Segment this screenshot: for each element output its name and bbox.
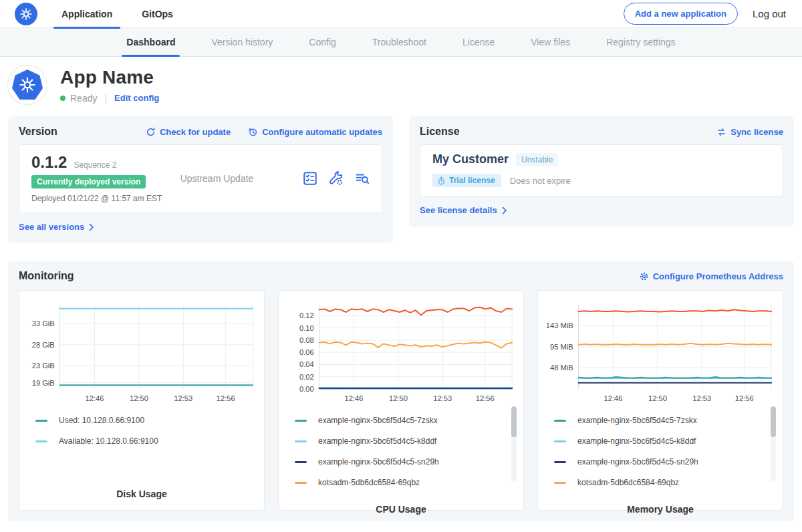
line-chart-svg: 12:4612:5012:5312:56143 MiB95 MiB48 MiB — [546, 299, 775, 405]
svg-text:12:46: 12:46 — [86, 394, 104, 402]
svg-text:12:46: 12:46 — [345, 394, 364, 402]
version-info-column: 0.1.2 Sequence 2 Currently deployed vers… — [31, 153, 180, 203]
legend-color-dash — [295, 440, 307, 442]
svg-text:12:53: 12:53 — [692, 394, 711, 402]
app-sub-nav: Dashboard Version history Config Trouble… — [0, 28, 802, 57]
legend-color-dash — [554, 440, 566, 442]
tab-view-files[interactable]: View files — [513, 28, 588, 56]
svg-text:0.02: 0.02 — [299, 373, 314, 381]
disk-usage-legend: Used: 10.128.0.66:9100Available: 10.128.… — [25, 405, 259, 483]
legend-item: example-nginx-5bc6f5d4c5-7zskx — [295, 416, 509, 425]
cpu-usage-chart: 12:4612:5012:5312:560.120.100.080.060.04… — [284, 299, 518, 405]
kubernetes-logo[interactable] — [15, 3, 37, 25]
nav-tab-application[interactable]: Application — [61, 0, 112, 28]
monitoring-header: Monitoring Configure Prometheus Address — [19, 270, 783, 282]
link-label: See license details — [420, 205, 497, 215]
clock-refresh-icon — [248, 127, 258, 137]
see-license-details-link[interactable]: See license details — [420, 205, 507, 215]
tab-label: Registry settings — [606, 37, 675, 47]
legend-item: Used: 10.128.0.66:9100 — [35, 416, 249, 425]
legend-item: example-nginx-5bc6f5d4c5-k8ddf — [554, 436, 768, 446]
tab-label: Config — [309, 37, 336, 47]
add-application-button[interactable]: Add a new application — [624, 3, 738, 25]
svg-text:12:50: 12:50 — [389, 394, 408, 402]
top-nav: Application GitOps Add a new application… — [0, 0, 802, 28]
license-panel-header: License Sync license — [420, 126, 783, 138]
scrollbar-thumb[interactable] — [511, 406, 517, 437]
svg-text:23 GiB: 23 GiB — [32, 362, 55, 370]
configure-automatic-updates-link[interactable]: Configure automatic updates — [248, 127, 382, 137]
see-all-versions-link[interactable]: See all versions — [19, 222, 94, 232]
chevron-right-icon — [89, 223, 94, 231]
tab-version-history[interactable]: Version history — [193, 28, 291, 56]
tab-config[interactable]: Config — [291, 28, 354, 56]
chevron-right-icon — [502, 207, 507, 215]
scrollbar-thumb[interactable] — [771, 406, 776, 437]
deploy-logs-icon[interactable] — [355, 171, 370, 186]
tab-troubleshoot[interactable]: Troubleshoot — [354, 28, 444, 56]
helm-wheel-icon — [19, 76, 36, 94]
upstream-update-label: Upstream Update — [180, 173, 303, 184]
deployed-badge: Currently deployed version — [31, 175, 146, 188]
check-for-update-link[interactable]: Check for update — [146, 127, 231, 137]
tab-label: Dashboard — [126, 37, 175, 47]
tab-dashboard[interactable]: Dashboard — [108, 28, 193, 56]
svg-text:0.08: 0.08 — [299, 336, 314, 344]
version-line: 0.1.2 Sequence 2 — [31, 153, 180, 172]
deployed-timestamp: Deployed 01/21/22 @ 11:57 am EST — [31, 194, 180, 203]
chart-title: Disk Usage — [25, 483, 259, 506]
svg-text:0.06: 0.06 — [299, 348, 314, 356]
legend-label: example-nginx-5bc6f5d4c5-k8ddf — [577, 436, 696, 446]
legend-color-dash — [35, 440, 47, 442]
svg-text:19 GiB: 19 GiB — [32, 378, 55, 386]
current-version-card: 0.1.2 Sequence 2 Currently deployed vers… — [19, 144, 382, 213]
badge-label: Trial license — [449, 176, 495, 185]
svg-text:95 MiB: 95 MiB — [550, 343, 573, 351]
tab-license[interactable]: License — [444, 28, 513, 56]
legend-color-dash — [554, 461, 566, 463]
svg-text:12:46: 12:46 — [604, 394, 623, 402]
legend-label: Available: 10.128.0.66:9100 — [59, 436, 158, 446]
legend-item: example-nginx-5bc6f5d4c5-7zskx — [554, 416, 768, 425]
customer-row: My Customer Unstable — [432, 152, 771, 166]
svg-text:0.12: 0.12 — [299, 311, 314, 319]
tab-registry-settings[interactable]: Registry settings — [588, 28, 693, 56]
configure-prometheus-link[interactable]: Configure Prometheus Address — [639, 271, 783, 281]
logout-link[interactable]: Log out — [753, 8, 786, 19]
sync-license-link[interactable]: Sync license — [716, 127, 783, 137]
customer-name: My Customer — [432, 152, 509, 166]
cards-row: Version Check for update Configure au — [8, 116, 794, 243]
memory-usage-chart-card: 12:4612:5012:5312:56143 MiB95 MiB48 MiB … — [537, 290, 783, 511]
version-panel: Version Check for update Configure au — [8, 116, 393, 243]
kubernetes-heptagon-icon — [12, 70, 43, 100]
legend-scrollbar[interactable] — [511, 406, 517, 481]
legend-item: kotsadm-5db6dc6584-69qbz — [295, 478, 509, 487]
app-title-block: App Name Ready | Edit config — [60, 67, 159, 104]
edit-config-link[interactable]: Edit config — [114, 93, 159, 103]
legend-scrollbar[interactable] — [771, 406, 776, 481]
preflight-checks-icon[interactable] — [303, 171, 317, 186]
trial-license-badge: Trial license — [432, 174, 501, 187]
nav-tab-gitops[interactable]: GitOps — [142, 0, 173, 28]
chart-title: CPU Usage — [284, 499, 518, 521]
legend-color-dash — [35, 420, 47, 422]
link-label: Sync license — [730, 127, 783, 137]
svg-text:143 MiB: 143 MiB — [546, 321, 573, 329]
cpu-usage-chart-card: 12:4612:5012:5312:560.120.100.080.060.04… — [278, 290, 524, 511]
link-label: Configure Prometheus Address — [653, 271, 783, 281]
config-tools-icon[interactable] — [329, 171, 344, 186]
helm-wheel-icon — [19, 7, 33, 21]
svg-text:12:56: 12:56 — [217, 394, 235, 402]
line-chart-svg: 12:4612:5012:5312:5633 GiB28 GiB23 GiB19… — [27, 299, 256, 405]
link-label: See all versions — [19, 222, 84, 232]
license-summary-card: My Customer Unstable Trial license Does … — [420, 144, 783, 196]
nav-tab-label: Application — [61, 9, 112, 19]
svg-text:12:56: 12:56 — [476, 394, 495, 402]
legend-color-dash — [295, 420, 307, 422]
legend-label: example-nginx-5bc6f5d4c5-7zskx — [577, 416, 697, 425]
svg-text:33 GiB: 33 GiB — [32, 319, 55, 327]
refresh-icon — [146, 127, 156, 137]
channel-badge: Unstable — [516, 153, 558, 166]
tab-label: Troubleshoot — [372, 37, 426, 47]
disk-usage-chart: 12:4612:5012:5312:5633 GiB28 GiB23 GiB19… — [25, 299, 259, 405]
